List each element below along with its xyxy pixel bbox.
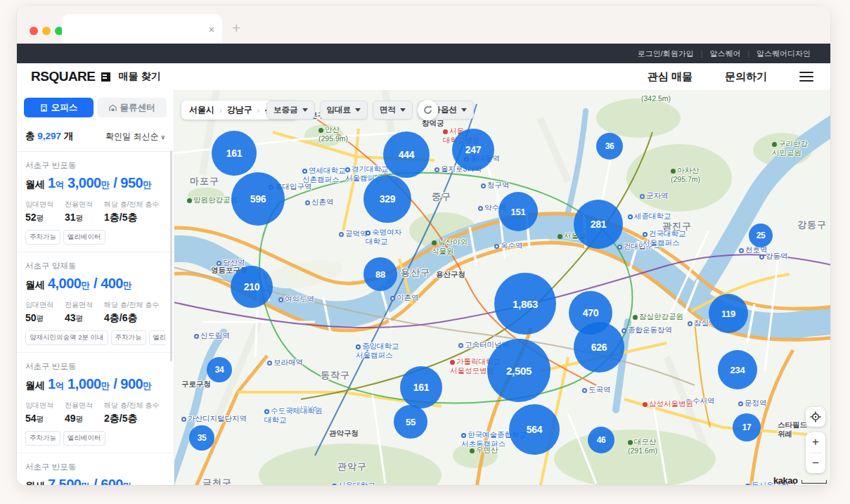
price-segment: /: [110, 376, 120, 392]
map-label: 강동역: [759, 252, 788, 261]
listing-location: 서초구 반포동: [25, 160, 165, 171]
map-label: 가산디지털단지역: [181, 414, 247, 423]
price-segment: 4,000: [48, 276, 82, 291]
price-segment: 억: [56, 381, 65, 391]
tab-logistics[interactable]: 물류센터: [97, 98, 167, 117]
hamburger-menu-icon[interactable]: [799, 72, 813, 82]
listing-card[interactable]: 서초구 반포동 월세 1억 1,000만 / 900만 임대면적54평전용면적4…: [17, 353, 174, 453]
cluster-bubble[interactable]: 151: [498, 192, 538, 231]
cluster-bubble[interactable]: 161: [212, 131, 257, 176]
tab-close-icon[interactable]: ×: [201, 23, 222, 35]
map-label: 창덕궁: [422, 119, 444, 128]
map-label: 건국대학교 서울캠퍼스: [643, 229, 686, 247]
cluster-bubble[interactable]: 88: [363, 257, 397, 291]
map-canvas[interactable]: 마포구중구용산구동작구관악구강동구광진구금천구서대문구청영등포구청용산구청관악구…: [174, 90, 830, 485]
filter-면적[interactable]: 면적: [373, 101, 413, 119]
listing-card[interactable]: 서초구 반포동 월세 7,500만 / 600만 임대면적52평전용면적47평해…: [17, 453, 174, 485]
cluster-bubble[interactable]: 281: [574, 200, 623, 249]
tab-office[interactable]: 오피스: [24, 98, 94, 117]
map-label: 도곡역: [582, 385, 611, 394]
cluster-bubble[interactable]: 210: [231, 266, 273, 308]
refresh-button[interactable]: [418, 100, 438, 120]
listing-location: 서초구 반포동: [25, 462, 165, 472]
cluster-bubble[interactable]: 17: [733, 413, 761, 441]
cluster-bubble[interactable]: 247: [452, 129, 494, 171]
cluster-bubble[interactable]: 119: [709, 294, 748, 333]
listing-card[interactable]: 서초구 반포동 월세 1억 3,000만 / 950만 임대면적52평전용면적3…: [17, 152, 174, 252]
price-segment: 950: [120, 175, 143, 190]
sort-dropdown[interactable]: 확인일 최신순∨: [105, 131, 165, 143]
topbar-link[interactable]: 알스퀘어디자인: [749, 49, 818, 59]
listing-tags: 주차가능엘리베이터: [25, 230, 165, 245]
listing-price: 월세 1억 3,000만 / 950만: [25, 174, 165, 193]
minimize-window-button[interactable]: [42, 27, 51, 35]
close-window-button[interactable]: [30, 27, 38, 35]
spec-column: 해당 층/전체 층수4층/6층: [104, 300, 159, 325]
topbar-link[interactable]: 로그인/회원가입: [631, 49, 701, 59]
logo[interactable]: RSQUARE 매물 찾기: [31, 69, 160, 84]
price-segment: 월세: [25, 279, 48, 290]
cluster-bubble[interactable]: 35: [189, 425, 214, 451]
price-segment: 만: [101, 180, 110, 190]
new-tab-button[interactable]: +: [232, 21, 240, 35]
cluster-bubble[interactable]: 626: [574, 322, 624, 373]
cluster-bubble[interactable]: 161: [400, 366, 442, 408]
price-segment: 만: [143, 180, 152, 190]
filter-보증금[interactable]: 보증금: [266, 101, 315, 119]
cluster-bubble[interactable]: 34: [207, 357, 232, 382]
map-label: 중구: [432, 191, 451, 202]
cluster-bubble[interactable]: 36: [596, 133, 623, 160]
dropdown-arrow-icon: [400, 108, 406, 112]
map-label: 공덕역: [339, 229, 368, 238]
spec-column: 해당 층/전체 층수1층/5층: [104, 200, 159, 224]
filter-임대료[interactable]: 임대료: [320, 101, 368, 119]
feature-chip: 주차가능: [25, 230, 60, 245]
site-header: RSQUARE 매물 찾기 관심 매물 문의하기: [17, 63, 830, 90]
price-segment: 1: [48, 376, 56, 392]
cluster-bubble[interactable]: 55: [394, 405, 427, 439]
map-label: 이촌역: [390, 293, 419, 302]
spec-column: 전용면적49평: [65, 401, 93, 425]
price-segment: /: [90, 276, 101, 291]
cluster-bubble[interactable]: 2,505: [487, 339, 550, 402]
cluster-bubble[interactable]: 46: [588, 427, 614, 453]
cluster-bubble[interactable]: 564: [509, 404, 560, 455]
breadcrumb-segment[interactable]: 서울시: [189, 104, 214, 116]
price-segment: /: [110, 175, 120, 190]
cluster-bubble[interactable]: 444: [383, 131, 430, 178]
cluster-bubble[interactable]: 596: [231, 172, 285, 226]
listing-specs: 임대면적52평전용면적31평해당 층/전체 층수1층/5층: [25, 200, 165, 224]
listing-price: 월세 7,500만 / 600만: [25, 476, 165, 485]
map-label: 용산구: [401, 267, 430, 278]
cluster-bubble[interactable]: 1,863: [494, 273, 556, 335]
tab-logistics-label: 물류센터: [120, 102, 155, 114]
cluster-bubble[interactable]: 329: [363, 175, 411, 223]
menu-favorites[interactable]: 관심 매물: [648, 70, 693, 84]
zoom-out-button[interactable]: −: [806, 453, 825, 474]
feature-chip: 주차가능: [111, 330, 146, 345]
breadcrumb-segment[interactable]: 강남구: [227, 104, 252, 116]
browser-chrome: × +: [17, 6, 830, 44]
chevron-down-icon: ∨: [160, 134, 165, 141]
price-segment: 만: [123, 280, 132, 290]
refresh-icon: [423, 105, 433, 115]
price-segment: 월세: [25, 480, 48, 485]
sidebar-scrollbar[interactable]: [170, 150, 172, 361]
breadcrumb-separator: ›: [257, 106, 260, 115]
kakao-logo: kakao: [773, 475, 797, 485]
topbar-link[interactable]: 알스퀘어: [702, 49, 747, 59]
listing-card[interactable]: 서초구 양재동 월세 4,000만 / 400만 임대면적50평전용면적43평해…: [17, 252, 174, 353]
zoom-in-button[interactable]: +: [806, 432, 825, 453]
price-segment: 월세: [25, 380, 48, 391]
menu-contact[interactable]: 문의하기: [725, 70, 767, 84]
cluster-bubble[interactable]: 25: [749, 224, 773, 247]
current-location-button[interactable]: [806, 407, 825, 427]
logo-mark-icon: [101, 72, 110, 82]
dropdown-arrow-icon: [302, 108, 308, 112]
feature-chip: 주차가능: [25, 431, 60, 446]
price-segment: 억: [56, 180, 65, 190]
browser-tab[interactable]: ×: [62, 14, 222, 44]
cluster-bubble[interactable]: 234: [718, 350, 757, 389]
map-label: 강동구: [797, 219, 827, 231]
building-icon: [40, 104, 48, 112]
